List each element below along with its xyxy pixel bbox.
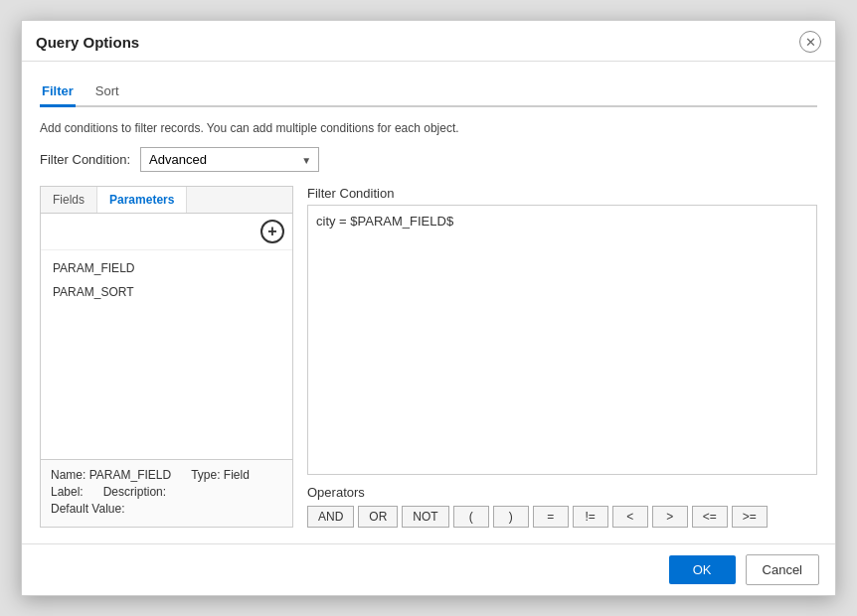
filter-condition-row: Filter Condition: Simple Advanced bbox=[40, 147, 817, 172]
tab-filter[interactable]: Filter bbox=[40, 77, 76, 107]
parameter-detail: Name: PARAM_FIELD Type: Field Label: Des… bbox=[41, 459, 292, 527]
add-btn-row: + bbox=[41, 214, 292, 250]
add-parameter-button[interactable]: + bbox=[260, 220, 284, 243]
op-and[interactable]: AND bbox=[307, 506, 354, 528]
main-content: Fields Parameters + PARAM_FIELD PARAM_SO… bbox=[40, 186, 817, 528]
filter-cond-label: Filter Condition bbox=[307, 186, 817, 201]
sub-tabs: Fields Parameters bbox=[41, 187, 292, 214]
op-gte[interactable]: >= bbox=[732, 506, 768, 528]
filter-cond-textarea[interactable]: city = $PARAM_FIELD$ bbox=[307, 205, 817, 475]
op-eq[interactable]: = bbox=[533, 506, 569, 528]
op-lparen[interactable]: ( bbox=[453, 506, 489, 528]
op-neq[interactable]: != bbox=[573, 506, 608, 528]
list-item[interactable]: PARAM_FIELD bbox=[41, 256, 292, 280]
filter-condition-label: Filter Condition: bbox=[40, 152, 130, 167]
filter-cond-section: Filter Condition city = $PARAM_FIELD$ bbox=[307, 186, 817, 475]
filter-condition-select-wrapper: Simple Advanced bbox=[140, 147, 319, 172]
op-not[interactable]: NOT bbox=[402, 506, 448, 528]
detail-desc: Description: bbox=[103, 485, 166, 499]
dialog-footer: OK Cancel bbox=[22, 543, 835, 595]
detail-name-type-row: Name: PARAM_FIELD Type: Field bbox=[51, 468, 282, 482]
op-rparen[interactable]: ) bbox=[493, 506, 529, 528]
filter-condition-select[interactable]: Simple Advanced bbox=[140, 147, 319, 172]
dialog-body: Filter Sort Add conditions to filter rec… bbox=[22, 62, 835, 543]
ok-button[interactable]: OK bbox=[669, 555, 736, 584]
detail-label: Label: bbox=[51, 485, 84, 499]
filter-description: Add conditions to filter records. You ca… bbox=[40, 121, 817, 135]
query-options-dialog: Query Options ✕ Filter Sort Add conditio… bbox=[21, 20, 836, 596]
cancel-button[interactable]: Cancel bbox=[746, 554, 819, 585]
right-panel: Filter Condition city = $PARAM_FIELD$ Op… bbox=[307, 186, 817, 528]
op-lt[interactable]: < bbox=[612, 506, 648, 528]
op-lte[interactable]: <= bbox=[692, 506, 728, 528]
op-gt[interactable]: > bbox=[652, 506, 688, 528]
dialog-header: Query Options ✕ bbox=[22, 21, 835, 62]
detail-type-label: Type: Field bbox=[191, 468, 250, 482]
operators-label: Operators bbox=[307, 485, 817, 500]
tab-sort[interactable]: Sort bbox=[93, 77, 121, 107]
left-panel: Fields Parameters + PARAM_FIELD PARAM_SO… bbox=[40, 186, 293, 528]
close-button[interactable]: ✕ bbox=[799, 31, 821, 53]
main-tabs: Filter Sort bbox=[40, 77, 817, 107]
list-item[interactable]: PARAM_SORT bbox=[41, 280, 292, 304]
detail-name-label: Name: PARAM_FIELD bbox=[51, 468, 171, 482]
detail-default: Default Value: bbox=[51, 502, 282, 516]
sub-tab-parameters[interactable]: Parameters bbox=[97, 187, 187, 213]
parameter-list: PARAM_FIELD PARAM_SORT bbox=[41, 250, 292, 459]
op-or[interactable]: OR bbox=[358, 506, 398, 528]
detail-label-desc-row: Label: Description: bbox=[51, 485, 282, 499]
dialog-title: Query Options bbox=[36, 34, 139, 51]
operators-row: AND OR NOT ( ) = != < > <= >= bbox=[307, 506, 817, 528]
sub-tab-fields[interactable]: Fields bbox=[41, 187, 97, 213]
operators-section: Operators AND OR NOT ( ) = != < > <= >= bbox=[307, 485, 817, 528]
